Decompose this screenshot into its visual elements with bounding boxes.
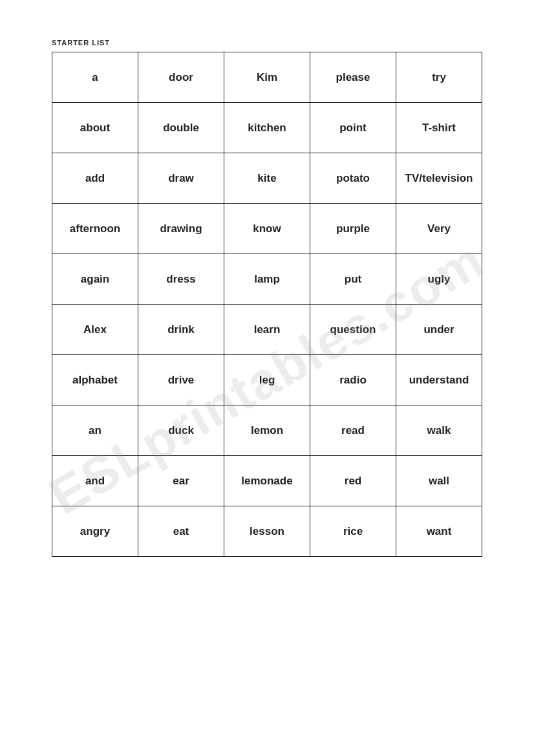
table-cell: dress — [138, 254, 224, 305]
table-cell: T-shirt — [396, 103, 482, 153]
table-cell: ugly — [396, 254, 482, 305]
table-cell: ear — [138, 456, 224, 506]
table-cell: kite — [224, 153, 310, 204]
table-cell: afternoon — [52, 204, 138, 254]
table-row: adoorKimpleasetry — [52, 52, 482, 103]
table-cell: red — [310, 456, 396, 506]
table-row: afternoondrawingknowpurpleVery — [52, 204, 482, 254]
table-cell: rice — [310, 506, 396, 557]
table-cell: a — [52, 52, 138, 103]
table-cell: eat — [138, 506, 224, 557]
table-cell: door — [138, 52, 224, 103]
table-cell: Kim — [224, 52, 310, 103]
table-cell: try — [396, 52, 482, 103]
table-cell: angry — [52, 506, 138, 557]
table-row: andearlemonaderedwall — [52, 456, 482, 506]
table-cell: know — [224, 204, 310, 254]
table-cell: understand — [396, 355, 482, 405]
table-row: anducklemonreadwalk — [52, 405, 482, 456]
table-cell: duck — [138, 405, 224, 456]
table-cell: lemon — [224, 405, 310, 456]
table-cell: under — [396, 305, 482, 355]
table-cell: leg — [224, 355, 310, 405]
table-cell: Alex — [52, 305, 138, 355]
table-cell: point — [310, 103, 396, 153]
table-cell: drive — [138, 355, 224, 405]
table-cell: lesson — [224, 506, 310, 557]
table-cell: an — [52, 405, 138, 456]
table-cell: kitchen — [224, 103, 310, 153]
table-row: alphabetdrivelegradiounderstand — [52, 355, 482, 405]
table-cell: lemonade — [224, 456, 310, 506]
table-cell: purple — [310, 204, 396, 254]
table-row: againdresslampputugly — [52, 254, 482, 305]
table-row: aboutdoublekitchenpointT-shirt — [52, 103, 482, 153]
table-cell: want — [396, 506, 482, 557]
table-cell: TV/television — [396, 153, 482, 204]
table-cell: add — [52, 153, 138, 204]
table-cell: about — [52, 103, 138, 153]
table-cell: please — [310, 52, 396, 103]
table-cell: wall — [396, 456, 482, 506]
table-row: Alexdrinklearnquestionunder — [52, 305, 482, 355]
table-cell: walk — [396, 405, 482, 456]
table-row: adddrawkitepotatoTV/television — [52, 153, 482, 204]
table-cell: again — [52, 254, 138, 305]
table-cell: put — [310, 254, 396, 305]
table-cell: lamp — [224, 254, 310, 305]
table-cell: question — [310, 305, 396, 355]
page: STARTER LIST adoorKimpleasetryaboutdoubl… — [0, 0, 534, 596]
table-row: angryeatlessonricewant — [52, 506, 482, 557]
table-cell: and — [52, 456, 138, 506]
table-cell: alphabet — [52, 355, 138, 405]
section-title: STARTER LIST — [52, 39, 482, 47]
table-cell: drink — [138, 305, 224, 355]
table-cell: double — [138, 103, 224, 153]
table-cell: read — [310, 405, 396, 456]
table-cell: Very — [396, 204, 482, 254]
table-cell: drawing — [138, 204, 224, 254]
table-cell: potato — [310, 153, 396, 204]
table-cell: draw — [138, 153, 224, 204]
table-cell: learn — [224, 305, 310, 355]
word-table: adoorKimpleasetryaboutdoublekitchenpoint… — [52, 52, 482, 557]
table-cell: radio — [310, 355, 396, 405]
